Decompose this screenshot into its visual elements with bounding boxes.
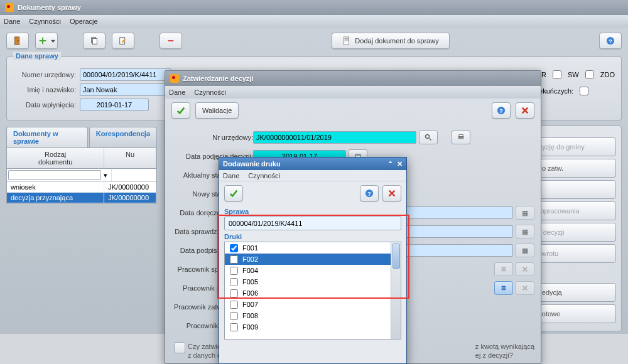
copy-button[interactable] <box>83 33 106 49</box>
modal-accept-button[interactable] <box>171 102 190 119</box>
check-icon <box>176 106 185 115</box>
clear-button[interactable] <box>516 281 534 295</box>
clear-button[interactable] <box>516 262 534 276</box>
modal-validate-label: Walidacje <box>202 107 232 114</box>
druki-list-item[interactable]: F005 <box>225 276 401 287</box>
picker-button[interactable] <box>494 262 513 276</box>
grid-filter-row: ▾ <box>7 169 156 182</box>
svg-rect-3 <box>39 40 46 41</box>
dlg-help-button[interactable]: ? <box>360 185 379 201</box>
dlg-accept-button[interactable] <box>224 185 243 201</box>
copy-icon <box>90 36 99 45</box>
modal-help-button[interactable]: ? <box>492 102 511 119</box>
dlg-cancel-button[interactable] <box>382 185 401 201</box>
modal-close-button[interactable] <box>516 102 534 119</box>
druki-item-checkbox[interactable] <box>230 323 238 331</box>
grid-header: Rodzaj dokumentu Nu <box>7 148 156 169</box>
close-icon <box>522 266 528 272</box>
dlg-menu-dane[interactable]: Dane <box>223 172 239 179</box>
menu-czynnosci[interactable]: Czynności <box>29 18 61 25</box>
druki-list-item[interactable]: F007 <box>225 299 401 310</box>
care-benefit-checkbox[interactable] <box>580 87 588 95</box>
calendar-button[interactable]: ▦ <box>516 225 534 238</box>
grid-row[interactable]: wniosek JK/00000000 <box>7 182 156 193</box>
druki-item-label: F004 <box>242 267 258 274</box>
druki-item-checkbox[interactable] <box>230 244 238 252</box>
druki-item-checkbox[interactable] <box>230 267 238 275</box>
lookup-button[interactable] <box>419 131 438 144</box>
druki-item-checkbox[interactable] <box>230 278 238 286</box>
druki-item-label: F007 <box>242 301 258 308</box>
svg-point-27 <box>426 135 430 139</box>
druki-list: F001F002F004F005F006F007F008F009 <box>224 242 401 340</box>
calendar-button[interactable]: ▦ <box>516 206 534 220</box>
add-button[interactable] <box>35 33 58 49</box>
confirm-checkbox[interactable] <box>174 342 185 353</box>
grid-col-type[interactable]: Rodzaj dokumentu <box>7 148 104 168</box>
grid-filter-dropdown-icon[interactable]: ▾ <box>101 171 110 179</box>
document-icon <box>342 36 351 45</box>
case-number-label: Numer urzędowy: <box>13 71 76 78</box>
druki-list-item[interactable]: F008 <box>225 310 401 321</box>
druki-item-checkbox[interactable] <box>230 301 238 309</box>
druki-legend: Druki <box>224 233 401 240</box>
print-button[interactable] <box>452 131 470 144</box>
name-field[interactable] <box>80 83 171 96</box>
druki-item-label: F005 <box>242 278 258 286</box>
svg-rect-5 <box>92 39 97 45</box>
module-zdo-checkbox[interactable] <box>585 70 594 79</box>
exit-button[interactable] <box>6 33 29 49</box>
menu-dane[interactable]: Dane <box>4 18 20 25</box>
picker-button[interactable] <box>494 281 513 295</box>
druki-list-item[interactable]: F004 <box>225 265 401 276</box>
grid-row-selected[interactable]: decyzja przyznająca JK/00000000 <box>7 193 156 203</box>
grid-filter-type-input[interactable] <box>8 170 101 180</box>
druki-item-checkbox[interactable] <box>230 255 238 264</box>
druki-item-label: F002 <box>242 255 258 263</box>
check-icon <box>229 189 238 198</box>
modal-menu-czynnosci[interactable]: Czynności <box>194 88 226 96</box>
official-no-label: Nr urzędowy: <box>171 134 253 141</box>
grid-cell-number: JK/00000000 <box>104 182 156 193</box>
modal-validate-button[interactable]: Walidacje <box>195 102 239 119</box>
druki-list-item[interactable]: F009 <box>225 321 401 333</box>
druki-item-label: F009 <box>242 323 258 331</box>
dlg-close-icon[interactable]: ✕ <box>397 160 403 168</box>
module-sw-checkbox[interactable] <box>553 70 561 79</box>
tab-documents[interactable]: Dokumenty w sprawie <box>6 127 88 147</box>
edit-button[interactable] <box>112 33 134 49</box>
druki-item-checkbox[interactable] <box>230 312 238 320</box>
dlg-menubar: Dane Czynności <box>219 170 406 181</box>
druki-list-item[interactable]: F002 <box>225 254 401 265</box>
modal-menu-dane[interactable]: Dane <box>169 88 185 96</box>
grid-col-number[interactable]: Nu <box>104 148 156 168</box>
help-icon: ? <box>497 106 506 115</box>
dlg-collapse-icon[interactable]: ⌃ <box>387 160 393 168</box>
module-sw-label: SW <box>568 71 579 78</box>
receipt-date-field[interactable] <box>80 99 149 111</box>
dlg-menu-czynnosci[interactable]: Czynności <box>248 172 280 179</box>
close-icon <box>521 106 529 115</box>
remove-button[interactable] <box>160 33 182 49</box>
documents-grid: Rodzaj dokumentu Nu ▾ wniosek JK/0000000… <box>6 147 157 204</box>
sprawa-legend: Sprawa <box>224 208 401 215</box>
calendar-button[interactable]: ▦ <box>516 244 534 257</box>
druki-item-checkbox[interactable] <box>230 289 238 297</box>
dlg-titlebar: Dodawanie druku ⌃ ✕ <box>219 158 406 170</box>
menu-operacje[interactable]: Operacje <box>70 18 98 25</box>
tab-correspondence[interactable]: Korespondencja <box>89 127 157 147</box>
dropdown-caret-icon <box>51 39 55 43</box>
add-print-dialog: Dodawanie druku ⌃ ✕ Dane Czynności ? Spr… <box>219 157 407 364</box>
scrollbar-thumb[interactable] <box>392 244 400 269</box>
druki-item-label: F008 <box>242 312 258 319</box>
sprawa-field[interactable] <box>224 217 401 230</box>
druki-list-item[interactable]: F001 <box>225 242 401 254</box>
case-number-field[interactable] <box>80 68 171 81</box>
name-label: Imię i nazwisko: <box>13 86 76 94</box>
add-document-to-case-button[interactable]: Dodaj dokument do sprawy <box>332 33 449 49</box>
druki-list-item[interactable]: F006 <box>225 287 401 299</box>
official-no-field[interactable] <box>253 131 416 144</box>
druki-scrollbar[interactable] <box>391 242 401 339</box>
grid-cell-type: decyzja przyznająca <box>7 193 104 203</box>
help-button[interactable]: ? <box>599 33 622 49</box>
